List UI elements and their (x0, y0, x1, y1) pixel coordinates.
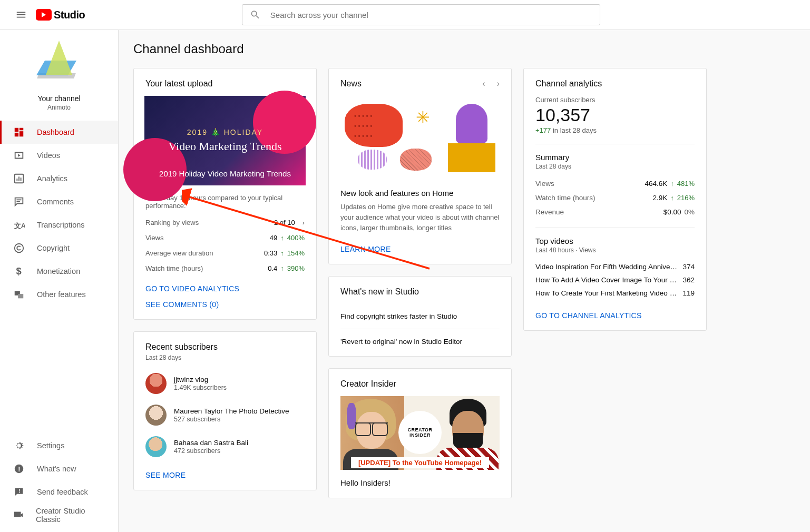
nav-other-features[interactable]: Other features (0, 283, 118, 306)
see-more-link[interactable]: SEE MORE (145, 471, 305, 479)
analytics-icon (13, 172, 25, 185)
metric-value: 464.6K (645, 180, 667, 188)
nav-label: Analytics (37, 174, 67, 183)
svg-rect-16 (14, 512, 21, 517)
watch-row: Watch time (hours) 0.4↑390% (145, 261, 305, 276)
nav-classic[interactable]: Creator Studio Classic (0, 504, 118, 527)
summary-period: Last 28 days (535, 163, 695, 170)
stat-delta: 400% (287, 234, 305, 242)
whatsnew-icon: ! (13, 462, 25, 475)
subscriber-name: Maureen Taylor The Photo Detective (174, 407, 289, 415)
svg-text:!: ! (18, 465, 20, 473)
news-next-button[interactable]: › (497, 79, 500, 88)
news-title: New look and features on Home (340, 189, 500, 198)
nav-transcriptions[interactable]: 文A Transcriptions (0, 213, 118, 237)
card-title: Your latest upload (145, 79, 305, 88)
nav-dashboard[interactable]: Dashboard (0, 121, 118, 144)
arrow-up-icon: ↑ (280, 249, 284, 257)
avatar (145, 373, 167, 394)
arrow-up-icon: ↑ (670, 180, 674, 188)
metric-label: Watch time (hours) (535, 194, 596, 202)
ranking-row[interactable]: Ranking by views 2 of 10› (145, 215, 305, 230)
card-title: Channel analytics (535, 79, 695, 88)
logo-text: Studio (54, 9, 85, 21)
whats-new-item[interactable]: 'Revert to original' now in Studio Edito… (340, 329, 500, 346)
subscriber-count: 1.49K subscribers (174, 384, 227, 391)
top-video-views: 374 (682, 263, 695, 271)
card-title: What's new in Studio (340, 287, 500, 297)
svg-text:$: $ (16, 265, 22, 277)
video-analytics-link[interactable]: GO TO VIDEO ANALYTICS (145, 284, 305, 293)
see-comments-link[interactable]: SEE COMMENTS (0) (145, 300, 305, 309)
search-input[interactable] (270, 11, 592, 19)
main-content: Channel dashboard Your latest upload 201… (119, 30, 810, 532)
avatar (145, 405, 167, 426)
menu-button[interactable] (11, 4, 32, 25)
summary-heading: Summary (535, 153, 695, 162)
svg-text:文A: 文A (14, 222, 25, 230)
metric-label: Views (535, 180, 554, 188)
news-card: News ‹ › ✳ Ne (328, 68, 512, 264)
creator-thumbnail[interactable]: CREATOR INSIDER [UPDATE] To the YouTube … (340, 396, 500, 470)
stat-label: Ranking by views (145, 219, 199, 226)
search-container (242, 4, 600, 25)
top-video-title: Video Inspiration For Fifth Wedding Anni… (535, 263, 677, 271)
channel-avatar (35, 41, 83, 88)
arrow-up-icon: ↑ (280, 264, 284, 272)
page-title: Channel dashboard (133, 42, 795, 56)
thumb-text: 2019 🎄 HOLIDAY (187, 128, 263, 136)
nav-copyright[interactable]: Copyright (0, 237, 118, 260)
nav-feedback[interactable]: ! Send feedback (0, 480, 118, 504)
nav: Dashboard Videos Analytics Comments 文A T… (0, 121, 118, 434)
top-video-item[interactable]: Video Inspiration For Fifth Wedding Anni… (535, 260, 695, 273)
svg-rect-1 (19, 128, 23, 131)
subscriber-item[interactable]: Bahasa dan Sastra Bali472 subscribers (145, 431, 305, 462)
search-box[interactable] (242, 4, 600, 25)
channel-analytics-link[interactable]: GO TO CHANNEL ANALYTICS (535, 311, 695, 320)
nav-label: Creator Studio Classic (36, 507, 105, 524)
channel-block[interactable]: Your channel Animoto (0, 30, 118, 121)
whats-new-item[interactable]: Find copyright strikes faster in Studio (340, 304, 500, 329)
top-video-item[interactable]: How To Create Your First Marketing Video… (535, 287, 695, 300)
transcriptions-icon: 文A (13, 219, 25, 231)
svg-rect-6 (18, 176, 19, 181)
subscriber-count: 527 subscribers (174, 416, 289, 423)
hamburger-icon (15, 9, 27, 21)
creator-insider-card: Creator Insider CREATOR INSIDER [UPDATE]… (328, 368, 512, 498)
stat-delta: 390% (287, 264, 305, 272)
arrow-up-icon: ↑ (280, 234, 284, 242)
subscribers-delta: +177 in last 28 days (535, 126, 695, 134)
top-video-views: 362 (682, 276, 695, 284)
news-prev-button[interactable]: ‹ (482, 79, 485, 88)
feedback-icon: ! (13, 486, 25, 498)
nav-whats-new[interactable]: ! What's new (0, 457, 118, 480)
nav-comments[interactable]: Comments (0, 190, 118, 213)
nav-analytics[interactable]: Analytics (0, 167, 118, 190)
recent-subscribers-card: Recent subscribers Last 28 days jjtwinz … (133, 331, 317, 490)
metric-views: Views 464.6K↑481% (535, 176, 695, 191)
card-title: Recent subscribers (145, 342, 305, 352)
nav-label: Monetization (37, 267, 80, 275)
your-channel-label: Your channel (0, 94, 118, 103)
nav-monetization[interactable]: $ Monetization (0, 260, 118, 283)
stat-value: 0:33 (264, 249, 277, 257)
header: Studio (0, 0, 810, 30)
dashboard-icon (13, 126, 25, 139)
subscriber-name: jjtwinz vlog (174, 376, 227, 383)
nav-footer: Settings ! What's new ! Send feedback Cr… (0, 434, 118, 532)
subscriber-item[interactable]: jjtwinz vlog1.49K subscribers (145, 368, 305, 399)
svg-rect-0 (15, 128, 18, 132)
nav-settings[interactable]: Settings (0, 434, 118, 457)
metric-label: Revenue (535, 208, 564, 216)
stat-value: 0.4 (268, 264, 277, 272)
subscriber-item[interactable]: Maureen Taylor The Photo Detective527 su… (145, 399, 305, 431)
top-video-item[interactable]: How To Add A Video Cover Image To Your F… (535, 273, 695, 287)
svg-rect-2 (19, 131, 23, 136)
logo[interactable]: Studio (36, 9, 85, 21)
learn-more-link[interactable]: LEARN MORE (340, 245, 500, 253)
metric-revenue: Revenue $0.000% (535, 205, 695, 219)
stat-value: 2 of 10 (274, 219, 295, 226)
video-thumbnail[interactable]: 2019 🎄 HOLIDAY Video Marketing Trends 20… (144, 96, 306, 185)
nav-videos[interactable]: Videos (0, 144, 118, 167)
stat-label: Views (145, 234, 163, 242)
